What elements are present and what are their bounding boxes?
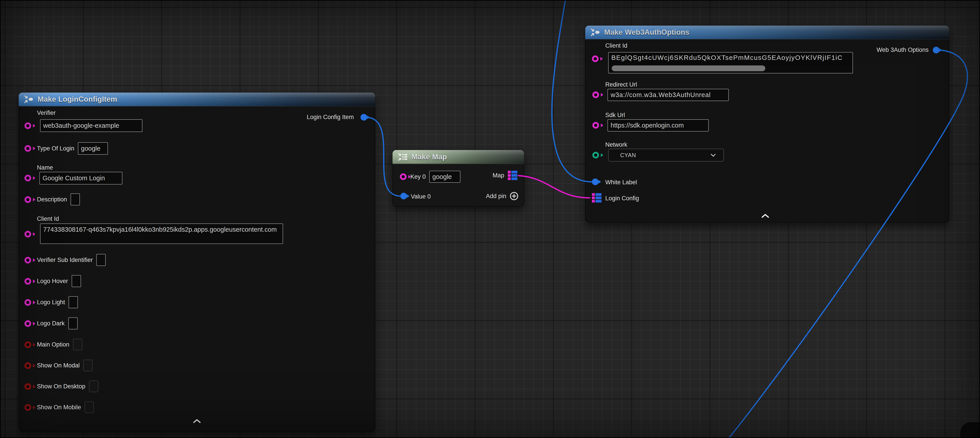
client-id-input[interactable]: 774338308167-q463s7kpvja16l4l0kko3nb925i… <box>40 223 283 244</box>
network-dropdown-value: CYAN <box>620 152 636 158</box>
chevron-down-icon <box>711 154 716 157</box>
input-pin-redirect-url[interactable] <box>592 91 599 98</box>
input-pin-sdk-url[interactable] <box>592 122 599 129</box>
output-pin-login-config-item[interactable] <box>361 114 367 121</box>
pin-label-login-config: Login Config <box>605 195 639 202</box>
client-id-input[interactable]: BEglQSgt4cUWcj6SKRdu5QkOXTsePmMcusG5EAoy… <box>608 52 853 73</box>
pin-label-white-label: White Label <box>605 179 637 186</box>
wire-map-to-login-config[interactable] <box>519 175 590 198</box>
node-make-map[interactable]: Make Map Key 0 Map Value 0 Add pin <box>393 150 524 207</box>
description-input[interactable] <box>70 193 80 205</box>
pin-label-client-id: Client Id <box>605 42 627 49</box>
pin-label-sdk-url: Sdk Url <box>605 112 625 119</box>
input-pin-logo-dark[interactable] <box>24 320 31 327</box>
name-input[interactable] <box>40 172 123 185</box>
node-header-make-web3authoptions[interactable]: Make Web3AuthOptions <box>585 25 949 40</box>
pin-label-show-on-modal: Show On Modal <box>37 362 80 369</box>
pin-label-type-of-login: Type Of Login <box>37 145 74 152</box>
add-pin-plus-icon[interactable] <box>509 191 519 201</box>
blueprint-graph-canvas[interactable]: Make LoginConfigItem Login Config Item V… <box>0 0 980 438</box>
pin-label-verifier: Verifier <box>37 110 56 116</box>
pin-label-logo-dark: Logo Dark <box>37 320 65 327</box>
input-pin-show-on-modal[interactable] <box>24 362 31 369</box>
main-option-checkbox[interactable] <box>73 339 82 350</box>
make-map-icon <box>398 153 408 161</box>
collapse-chevron-icon[interactable] <box>761 213 770 218</box>
node-title: Make LoginConfigItem <box>38 95 117 104</box>
input-pin-white-label[interactable] <box>592 178 598 185</box>
input-pin-main-option[interactable] <box>24 341 31 348</box>
sdk-url-input[interactable] <box>608 119 709 132</box>
output-pin-label-map: Map <box>492 172 504 179</box>
input-pin-logo-hover[interactable] <box>24 278 31 285</box>
input-pin-verifier-sub-identifier[interactable] <box>24 257 31 263</box>
output-pin-web3auth-options[interactable] <box>933 47 940 53</box>
pin-label-redirect-url: Redirect Url <box>605 81 637 88</box>
pin-label-client-id: Client Id <box>37 215 59 222</box>
input-pin-logo-light[interactable] <box>24 299 31 306</box>
network-dropdown[interactable]: CYAN <box>608 149 724 162</box>
collapse-chevron-icon[interactable] <box>193 419 201 423</box>
pin-label-show-on-mobile: Show On Mobile <box>37 404 81 411</box>
client-id-text: BEglQSgt4cUWcj6SKRdu5QkOXTsePmMcusG5EAoy… <box>611 54 843 61</box>
input-pin-name[interactable] <box>24 175 31 182</box>
type-of-login-input[interactable] <box>78 142 108 154</box>
input-pin-show-on-mobile[interactable] <box>24 404 31 411</box>
input-pin-show-on-desktop[interactable] <box>24 383 31 390</box>
logo-hover-input[interactable] <box>72 275 81 287</box>
pin-label-logo-light: Logo Light <box>37 299 65 306</box>
pin-label-main-option: Main Option <box>37 341 69 348</box>
pin-label-name: Name <box>37 164 53 171</box>
pin-label-value-0: Value 0 <box>411 193 431 200</box>
logo-light-input[interactable] <box>68 296 78 308</box>
output-pin-label: Login Config Item <box>307 114 354 121</box>
redirect-url-input[interactable] <box>608 89 729 101</box>
input-pin-key-0[interactable] <box>400 174 407 180</box>
input-pin-verifier[interactable] <box>24 123 31 129</box>
pin-label-logo-hover: Logo Hover <box>37 278 68 285</box>
key-0-input[interactable] <box>429 171 460 183</box>
show-on-modal-checkbox[interactable] <box>83 360 92 371</box>
verifier-input[interactable] <box>40 119 142 132</box>
node-header-make-map[interactable]: Make Map <box>393 150 524 164</box>
pin-label-verifier-sub-identifier: Verifier Sub Identifier <box>37 256 93 263</box>
node-make-loginconfigitem[interactable]: Make LoginConfigItem Login Config Item V… <box>19 92 375 431</box>
make-struct-icon <box>24 95 34 104</box>
logo-dark-input[interactable] <box>68 317 78 330</box>
node-make-web3authoptions[interactable]: Make Web3AuthOptions Web 3Auth Options C… <box>585 25 949 223</box>
input-pin-network[interactable] <box>592 152 599 158</box>
show-on-mobile-checkbox[interactable] <box>84 401 94 413</box>
pin-label-description: Description <box>37 196 67 203</box>
input-pin-value-0[interactable] <box>400 193 407 199</box>
input-pin-type-of-login[interactable] <box>24 145 31 152</box>
input-pin-client-id[interactable] <box>592 56 598 62</box>
add-pin-label: Add pin <box>486 193 506 200</box>
pin-label-network: Network <box>605 141 627 148</box>
node-title: Make Web3AuthOptions <box>604 28 689 37</box>
input-pin-description[interactable] <box>24 196 31 203</box>
input-pin-client-id[interactable] <box>24 231 31 237</box>
output-pin-map-icon[interactable] <box>508 171 517 180</box>
offscreen-node-corner <box>961 422 980 438</box>
pin-label-key-0: Key 0 <box>410 174 426 180</box>
node-title: Make Map <box>412 153 447 161</box>
output-pin-label: Web 3Auth Options <box>877 46 929 53</box>
horizontal-scrollbar[interactable] <box>612 65 765 71</box>
pin-label-show-on-desktop: Show On Desktop <box>37 383 86 390</box>
node-header-make-loginconfigitem[interactable]: Make LoginConfigItem <box>19 92 375 107</box>
input-pin-login-config-icon[interactable] <box>592 193 601 202</box>
make-struct-icon <box>590 28 600 37</box>
show-on-desktop-checkbox[interactable] <box>89 381 99 392</box>
verifier-sub-identifier-input[interactable] <box>96 254 106 266</box>
